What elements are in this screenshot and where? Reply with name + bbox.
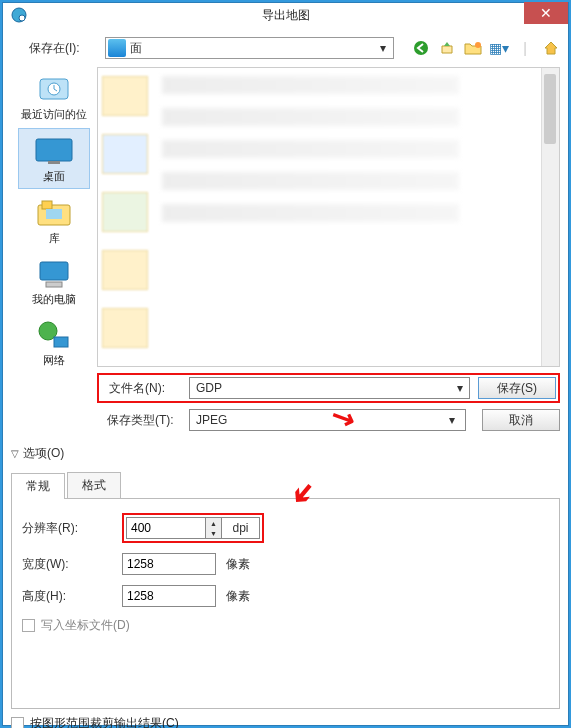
- clip-output-label: 按图形范围裁剪输出结果(C): [30, 715, 179, 728]
- places-recent[interactable]: 最近访问的位: [18, 67, 90, 126]
- views-icon[interactable]: ▦▾: [490, 39, 508, 57]
- network-icon: [34, 317, 74, 353]
- resolution-input[interactable]: [127, 518, 205, 538]
- svg-rect-7: [48, 161, 60, 164]
- filetype-label: 保存类型(T):: [97, 412, 181, 429]
- chevron-down-icon: ▽: [11, 448, 19, 459]
- resolution-spinner[interactable]: ▲▼: [126, 517, 222, 539]
- tabstrip: 常规 格式: [11, 472, 560, 499]
- resolution-unit: dpi: [222, 517, 260, 539]
- svg-point-2: [414, 41, 428, 55]
- save-in-label: 保存在(I):: [29, 40, 99, 57]
- file-list[interactable]: [97, 67, 560, 367]
- titlebar: 导出地图 ✕: [3, 3, 568, 27]
- resolution-label: 分辨率(R):: [22, 520, 112, 537]
- options-expander[interactable]: ▽ 选项(O): [11, 445, 560, 462]
- home-icon[interactable]: [542, 39, 560, 57]
- desktop-icon: [34, 133, 74, 169]
- desktop-icon: [108, 39, 126, 57]
- recent-icon: [34, 71, 74, 107]
- list-item[interactable]: [162, 140, 459, 158]
- resolution-highlight: ▲▼ dpi: [122, 513, 264, 543]
- places-desktop[interactable]: 桌面: [18, 128, 90, 189]
- list-item[interactable]: [162, 108, 459, 126]
- list-item[interactable]: [102, 250, 148, 290]
- height-input[interactable]: [122, 585, 216, 607]
- write-world-file-row: 写入坐标文件(D): [22, 617, 549, 634]
- up-icon[interactable]: [438, 39, 456, 57]
- height-label: 高度(H):: [22, 588, 112, 605]
- list-item[interactable]: [162, 204, 459, 222]
- chevron-down-icon: ▾: [375, 41, 391, 55]
- list-item[interactable]: [162, 172, 459, 190]
- save-button[interactable]: 保存(S): [478, 377, 556, 399]
- svg-rect-10: [46, 209, 62, 219]
- width-label: 宽度(W):: [22, 556, 112, 573]
- filename-highlight: 文件名(N): GDP ▾ 保存(S): [97, 373, 560, 403]
- clip-output-checkbox[interactable]: [11, 717, 24, 728]
- tab-pane-general: 分辨率(R): ▲▼ dpi ➔ 宽度(W): 像素 高度(H): 像素: [11, 499, 560, 709]
- places-mycomputer[interactable]: 我的电脑: [18, 252, 90, 311]
- export-map-dialog: 导出地图 ✕ 保存在(I): 面 ▾ ▦▾ | 最: [2, 2, 569, 726]
- list-item[interactable]: [162, 76, 459, 94]
- window-title: 导出地图: [262, 7, 310, 24]
- chevron-down-icon: ▾: [445, 413, 459, 427]
- svg-point-1: [19, 15, 25, 21]
- tab-format[interactable]: 格式: [67, 472, 121, 498]
- back-icon[interactable]: [412, 39, 430, 57]
- places-bar: 最近访问的位 桌面 库 我的电脑 网络: [11, 67, 97, 367]
- list-item[interactable]: [102, 192, 148, 232]
- libraries-icon: [34, 195, 74, 231]
- spin-down-icon[interactable]: ▼: [206, 528, 221, 538]
- svg-rect-14: [54, 337, 68, 347]
- list-item[interactable]: [102, 134, 148, 174]
- height-unit: 像素: [226, 588, 250, 605]
- width-unit: 像素: [226, 556, 250, 573]
- svg-point-3: [475, 42, 481, 48]
- computer-icon: [34, 256, 74, 292]
- svg-rect-6: [36, 139, 72, 161]
- filetype-combo[interactable]: JPEG ▾: [189, 409, 466, 431]
- filename-label: 文件名(N):: [101, 380, 181, 397]
- tab-general[interactable]: 常规: [11, 473, 65, 499]
- places-network[interactable]: 网络: [18, 313, 90, 372]
- write-world-file-checkbox[interactable]: [22, 619, 35, 632]
- places-libraries[interactable]: 库: [18, 191, 90, 250]
- new-folder-icon[interactable]: [464, 39, 482, 57]
- svg-rect-11: [40, 262, 68, 280]
- svg-rect-12: [46, 282, 62, 287]
- scrollbar-vertical[interactable]: [541, 68, 559, 366]
- list-item[interactable]: [102, 76, 148, 116]
- filename-input[interactable]: GDP ▾: [189, 377, 470, 399]
- app-icon: [7, 3, 31, 27]
- chevron-down-icon: ▾: [457, 381, 463, 395]
- save-in-combo[interactable]: 面 ▾: [105, 37, 394, 59]
- spin-up-icon[interactable]: ▲: [206, 518, 221, 528]
- width-input[interactable]: [122, 553, 216, 575]
- scroll-thumb[interactable]: [544, 74, 556, 144]
- svg-rect-9: [42, 201, 52, 209]
- list-item[interactable]: [102, 308, 148, 348]
- toolbar-separator: |: [516, 39, 534, 57]
- close-button[interactable]: ✕: [524, 2, 568, 24]
- save-in-value: 面: [130, 40, 375, 57]
- cancel-button[interactable]: 取消: [482, 409, 560, 431]
